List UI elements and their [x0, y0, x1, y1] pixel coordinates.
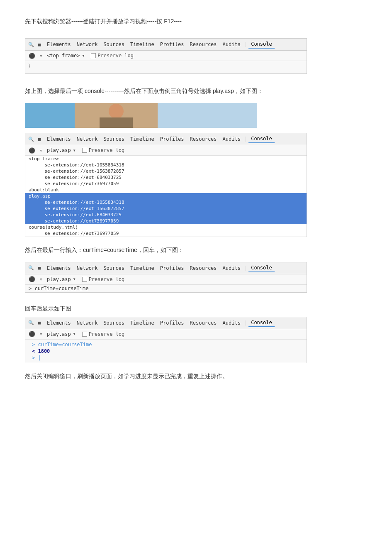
- tab-sources-2[interactable]: Sources: [101, 135, 127, 143]
- dropdown-item-play-asp[interactable]: play.asp: [25, 193, 307, 199]
- tab-profiles-1[interactable]: Profiles: [158, 41, 187, 48]
- tab-network-1[interactable]: Network: [74, 41, 100, 48]
- filter-icon-1[interactable]: ▿: [38, 52, 44, 59]
- image-light-blue: [158, 103, 257, 128]
- tab-elements-1[interactable]: Elements: [44, 41, 73, 48]
- dropdown-item-about-blank[interactable]: about:blank: [25, 187, 307, 193]
- block-icon-3[interactable]: ⚫: [29, 276, 35, 283]
- preserve-checkbox-4[interactable]: [82, 332, 87, 337]
- cursor-icon[interactable]: ■: [36, 41, 43, 48]
- preserve-checkbox-3[interactable]: [82, 277, 87, 282]
- devtools-toolbar-4: ⚫ ▿ play.asp ▼ Preserve log: [25, 329, 307, 340]
- search-icon[interactable]: 🔍: [28, 41, 34, 48]
- section2-intro: 如上图，选择最后一项 console----------然后在下面点击倒三角符号…: [25, 86, 367, 96]
- search-icon-2[interactable]: 🔍: [28, 136, 34, 142]
- tab-separator-1: |: [244, 42, 247, 47]
- tab-console-2[interactable]: Console: [248, 135, 275, 143]
- svg-point-1: [109, 104, 124, 119]
- dropdown-item-ext4-3[interactable]: se-extension://ext736977059: [25, 230, 307, 237]
- tab-profiles-2[interactable]: Profiles: [158, 135, 187, 143]
- tab-timeline-4[interactable]: Timeline: [128, 319, 157, 327]
- devtools-toolbar-3: ⚫ ▿ play.asp ▼ Preserve log: [25, 274, 307, 285]
- tab-audits-3[interactable]: Audits: [220, 264, 243, 272]
- devtools-toolbar-1: ⚫ ▿ <top frame> ▼ Preserve log: [25, 51, 307, 61]
- tab-audits-1[interactable]: Audits: [220, 41, 243, 48]
- dropdown-arrow-2[interactable]: ▼: [73, 149, 75, 152]
- preserve-log-label-2: Preserve log: [89, 147, 125, 153]
- cursor-icon-4[interactable]: ■: [36, 320, 43, 326]
- devtools-content-1: 〉: [25, 61, 307, 73]
- tab-resources-3[interactable]: Resources: [187, 264, 219, 272]
- tab-console-1[interactable]: Console: [248, 40, 275, 49]
- tab-resources-1[interactable]: Resources: [187, 41, 219, 48]
- search-icon-4[interactable]: 🔍: [28, 320, 34, 326]
- frame-selector-2[interactable]: play.asp: [47, 147, 71, 153]
- filter-icon-3[interactable]: ▿: [38, 276, 44, 283]
- frame-value-1: <top frame>: [47, 53, 80, 59]
- cursor-icon-2[interactable]: ■: [36, 136, 43, 142]
- dropdown-item-ext2-1[interactable]: se-extension://ext-1563872857: [25, 168, 307, 174]
- block-icon-4[interactable]: ⚫: [29, 331, 35, 337]
- block-icon-1[interactable]: ⚫: [29, 52, 35, 59]
- tab-resources-4[interactable]: Resources: [187, 319, 219, 327]
- devtools-toolbar-2: ⚫ ▿ play.asp ▼ Preserve log: [25, 145, 307, 156]
- devtools-panel-1: 🔍 ■ Elements Network Sources Timeline Pr…: [25, 38, 307, 74]
- tab-network-3[interactable]: Network: [74, 264, 100, 272]
- filter-icon-4[interactable]: ▿: [38, 331, 44, 337]
- tab-timeline-2[interactable]: Timeline: [128, 135, 157, 143]
- image-blue: [25, 103, 75, 128]
- tab-audits-2[interactable]: Audits: [220, 135, 243, 143]
- image-photo: [75, 103, 158, 128]
- cursor-icon-3[interactable]: ■: [36, 265, 43, 271]
- dropdown-item-ext2-2[interactable]: se-extension://ext-1563872857: [25, 205, 307, 212]
- block-icon-2[interactable]: ⚫: [29, 147, 35, 154]
- dropdown-item-ext1-1[interactable]: se-extension://ext-1055834318: [25, 162, 307, 168]
- dropdown-arrow-3[interactable]: ▼: [73, 277, 75, 281]
- dropdown-item-ext3-2[interactable]: se-extension://ext-684033725: [25, 212, 307, 218]
- devtools-panel-4: 🔍 ■ Elements Network Sources Timeline Pr…: [25, 317, 307, 363]
- tab-profiles-3[interactable]: Profiles: [158, 264, 187, 272]
- dropdown-item-top-frame[interactable]: <top frame>: [25, 156, 307, 162]
- tab-timeline-3[interactable]: Timeline: [128, 264, 157, 272]
- tab-resources-2[interactable]: Resources: [187, 135, 219, 143]
- preserve-log-4: Preserve log: [82, 331, 125, 337]
- tab-profiles-4[interactable]: Profiles: [158, 319, 187, 327]
- dropdown-item-course[interactable]: course(study.html): [25, 224, 307, 230]
- frame-selector-3[interactable]: play.asp: [47, 276, 71, 282]
- preserve-log-label-3: Preserve log: [89, 276, 125, 282]
- preserve-log-3: Preserve log: [82, 276, 125, 282]
- tab-sources-4[interactable]: Sources: [101, 319, 127, 327]
- preserve-checkbox-1[interactable]: [91, 53, 96, 58]
- preserve-checkbox-2[interactable]: [82, 148, 87, 153]
- tab-elements-3[interactable]: Elements: [44, 264, 73, 272]
- result-line-1: > curTime=courseTime: [29, 341, 303, 348]
- dropdown-arrow-1[interactable]: ▼: [82, 54, 84, 58]
- tab-console-4[interactable]: Console: [248, 319, 275, 327]
- tab-console-3[interactable]: Console: [248, 264, 275, 272]
- dropdown-item-ext4-2[interactable]: se-extension://ext736977059: [25, 218, 307, 224]
- dropdown-item-ext4-1[interactable]: se-extension://ext736977059: [25, 181, 307, 187]
- dropdown-item-ext1-2[interactable]: se-extension://ext-1055834318: [25, 199, 307, 205]
- tab-elements-2[interactable]: Elements: [44, 135, 73, 143]
- dropdown-item-ext3-1[interactable]: se-extension://ext-684033725: [25, 174, 307, 181]
- tab-elements-4[interactable]: Elements: [44, 319, 73, 327]
- devtools-tabs-3: 🔍 ■ Elements Network Sources Timeline Pr…: [25, 262, 307, 274]
- frame-selector-4[interactable]: play.asp: [47, 331, 71, 337]
- devtools-result-content: > curTime=courseTime < 1800 > |: [25, 340, 307, 363]
- tab-timeline-1[interactable]: Timeline: [128, 41, 157, 48]
- tab-sources-1[interactable]: Sources: [101, 41, 127, 48]
- search-icon-3[interactable]: 🔍: [28, 265, 34, 271]
- tab-separator-2: |: [244, 136, 247, 142]
- result-line-2: < 1800: [29, 348, 303, 355]
- tab-network-2[interactable]: Network: [74, 135, 100, 143]
- frame-selector-1[interactable]: <top frame>: [47, 53, 80, 59]
- filter-icon-2[interactable]: ▿: [38, 147, 44, 154]
- image-row: [25, 103, 367, 128]
- dropdown-arrow-4[interactable]: ▼: [73, 332, 75, 336]
- tab-sources-3[interactable]: Sources: [101, 264, 127, 272]
- tab-network-4[interactable]: Network: [74, 319, 100, 327]
- devtools-panel-2: 🔍 ■ Elements Network Sources Timeline Pr…: [25, 133, 307, 237]
- devtools-tabs-1: 🔍 ■ Elements Network Sources Timeline Pr…: [25, 39, 307, 51]
- tab-audits-4[interactable]: Audits: [220, 319, 243, 327]
- preserve-log-2: Preserve log: [82, 147, 125, 153]
